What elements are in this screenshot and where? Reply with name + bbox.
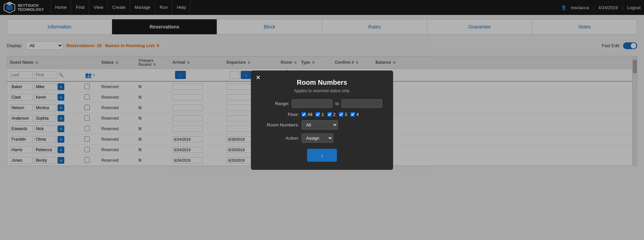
modal-action-select[interactable]: Assign Unassign bbox=[302, 134, 333, 143]
modal-floor-label: Floor: bbox=[262, 112, 299, 117]
modal-room-numbers-select[interactable]: All Assigned Unassigned bbox=[302, 120, 338, 129]
modal-floor-row: Floor: All 1 2 3 bbox=[262, 112, 382, 117]
modal-floor-all: All bbox=[302, 112, 312, 117]
modal-range-from[interactable] bbox=[292, 99, 332, 108]
modal-cb-1[interactable] bbox=[316, 112, 320, 117]
modal-floor-3: 3 bbox=[339, 112, 347, 117]
modal-subtitle: Applies to reserved status only. bbox=[262, 88, 382, 93]
modal-floor-2: 2 bbox=[327, 112, 336, 117]
modal-action-row: Action: Assign Unassign bbox=[262, 134, 382, 143]
modal-cb-4-label: 4 bbox=[356, 112, 359, 117]
modal-range-row: Range: to bbox=[262, 99, 382, 108]
modal-range-to-label: to bbox=[335, 101, 339, 106]
modal-room-numbers-label: Room Numbers: bbox=[262, 122, 299, 127]
modal-cb-2[interactable] bbox=[327, 112, 332, 117]
modal-apply-button[interactable]: ↓ bbox=[307, 149, 337, 162]
room-numbers-modal: ✕ Room Numbers Applies to reserved statu… bbox=[251, 71, 393, 170]
modal-range-to[interactable] bbox=[342, 99, 382, 108]
modal-action-label: Action: bbox=[262, 136, 299, 141]
modal-close-button[interactable]: ✕ bbox=[256, 74, 261, 81]
modal-title: Room Numbers bbox=[262, 79, 382, 86]
modal-cb-all-label: All bbox=[307, 112, 312, 117]
modal-range-label: Range: bbox=[262, 101, 289, 106]
modal-cb-2-label: 2 bbox=[333, 112, 336, 117]
modal-cb-4[interactable] bbox=[350, 112, 355, 117]
modal-cb-3-label: 3 bbox=[345, 112, 347, 117]
modal-cb-3[interactable] bbox=[339, 112, 343, 117]
modal-overlay[interactable]: ✕ Room Numbers Applies to reserved statu… bbox=[0, 0, 644, 170]
modal-floor-4: 4 bbox=[350, 112, 359, 117]
modal-cb-all[interactable] bbox=[302, 112, 306, 117]
modal-cb-1-label: 1 bbox=[321, 112, 324, 117]
modal-floor-checkboxes: All 1 2 3 4 bbox=[302, 112, 382, 117]
modal-floor-1: 1 bbox=[316, 112, 324, 117]
modal-room-numbers-row: Room Numbers: All Assigned Unassigned bbox=[262, 120, 382, 129]
